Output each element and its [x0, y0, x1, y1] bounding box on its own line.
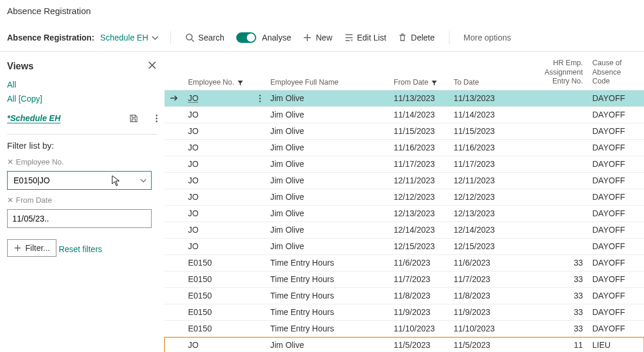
header-assignment-entry[interactable]: HR Emp. Assignment Entry No.	[541, 59, 588, 86]
cell-to-date: 11/10/2023	[449, 324, 509, 333]
table-row[interactable]: JOJim Olive12/11/202312/11/2023DAYOFF	[165, 173, 644, 189]
table-row[interactable]: JOJim Olive11/5/202311/5/202311LIEU	[165, 337, 644, 352]
employee-no-input[interactable]	[12, 175, 146, 186]
cell-from-date: 11/16/2023	[389, 143, 449, 152]
remove-filter-employee-no[interactable]: ✕	[7, 157, 14, 166]
view-schedule-eh[interactable]: *Schedule EH	[7, 113, 61, 123]
view-all-copy[interactable]: All [Copy]	[7, 92, 157, 106]
header-cause-code[interactable]: Cause of Absence Code	[588, 59, 640, 86]
table-row[interactable]: E0150Time Entry Hours11/6/202311/6/20233…	[165, 255, 644, 271]
table-row[interactable]: JOJim Olive11/14/202311/14/2023DAYOFF	[165, 107, 644, 123]
search-button[interactable]: Search	[182, 31, 227, 45]
cell-employee-no[interactable]: JO	[183, 225, 266, 234]
plus-icon	[14, 244, 22, 252]
cell-cause-code: DAYOFF	[588, 93, 640, 103]
cell-employee-no[interactable]: E0150	[183, 274, 266, 284]
grid-header: Employee No. Employee Full Name From Dat…	[165, 52, 644, 90]
cell-cause-code: DAYOFF	[588, 209, 640, 218]
header-employee-no-label: Employee No.	[188, 78, 234, 86]
cell-employee-no[interactable]: JO	[183, 192, 266, 202]
cell-cause-code: DAYOFF	[588, 143, 640, 152]
toggle-icon	[236, 32, 256, 43]
cell-to-date: 12/12/2023	[449, 192, 509, 202]
analyse-toggle[interactable]: Analyse	[233, 30, 295, 45]
table-row[interactable]: E0150Time Entry Hours11/9/202311/9/20233…	[165, 304, 644, 321]
table-row[interactable]: JOJim Olive12/13/202312/13/2023DAYOFF	[165, 206, 644, 222]
cell-full-name: Jim Olive	[266, 93, 389, 103]
cell-cause-code: DAYOFF	[588, 274, 640, 284]
cell-to-date: 12/13/2023	[449, 209, 509, 218]
more-options-label: More options	[464, 33, 511, 42]
cell-employee-no[interactable]: JO	[183, 159, 266, 169]
save-icon	[129, 114, 138, 123]
table-row[interactable]: E0150Time Entry Hours11/7/202311/7/20233…	[165, 271, 644, 288]
table-row[interactable]: JOJim Olive11/15/202311/15/2023DAYOFF	[165, 123, 644, 140]
view-menu-button[interactable]	[142, 110, 157, 126]
cell-full-name: Time Entry Hours	[266, 258, 389, 267]
cell-from-date: 11/5/2023	[389, 340, 449, 350]
row-menu-button[interactable]	[259, 95, 261, 102]
from-date-input[interactable]	[7, 209, 152, 228]
edit-list-button[interactable]: Edit List	[341, 31, 390, 45]
analyse-label: Analyse	[262, 33, 291, 42]
cell-full-name: Jim Olive	[266, 126, 389, 136]
table-row[interactable]: JOJim Olive11/13/202311/13/2023DAYOFF	[165, 90, 644, 107]
header-to-date[interactable]: To Date	[449, 78, 509, 86]
cell-from-date: 11/14/2023	[389, 110, 449, 119]
cell-employee-no[interactable]: JO	[183, 242, 266, 251]
view-dropdown[interactable]: Schedule EH	[100, 33, 160, 42]
toolbar: Absence Registration: Schedule EH Search…	[0, 26, 644, 52]
table-row[interactable]: JOJim Olive12/15/202312/15/2023DAYOFF	[165, 239, 644, 255]
reset-filters-link[interactable]: Reset filters	[59, 244, 102, 254]
table-row[interactable]: JOJim Olive12/12/202312/12/2023DAYOFF	[165, 189, 644, 206]
cell-employee-no[interactable]: E0150	[183, 307, 266, 317]
header-full-name[interactable]: Employee Full Name	[266, 78, 389, 86]
cell-full-name: Jim Olive	[266, 110, 389, 119]
cell-employee-no[interactable]: JO	[183, 143, 266, 152]
new-button[interactable]: New	[299, 31, 336, 45]
table-row[interactable]: E0150Time Entry Hours11/8/202311/8/20233…	[165, 288, 644, 304]
more-options-button[interactable]: More options	[460, 31, 515, 45]
cell-employee-no[interactable]: E0150	[183, 291, 266, 300]
chevron-down-icon	[150, 33, 160, 42]
cell-to-date: 12/14/2023	[449, 225, 509, 234]
table-row[interactable]: E0150Time Entry Hours11/10/202311/10/202…	[165, 321, 644, 337]
delete-button[interactable]: Delete	[394, 31, 438, 45]
save-view-button[interactable]	[126, 110, 141, 126]
cell-cause-code: DAYOFF	[588, 258, 640, 267]
table-row[interactable]: JOJim Olive11/16/202311/16/2023DAYOFF	[165, 140, 644, 156]
cell-assignment-entry: 33	[541, 274, 588, 284]
cell-employee-no[interactable]: E0150	[183, 324, 266, 333]
cell-to-date: 12/15/2023	[449, 242, 509, 251]
table-row[interactable]: JOJim Olive12/14/202312/14/2023DAYOFF	[165, 222, 644, 239]
cell-from-date: 11/7/2023	[389, 274, 449, 284]
remove-filter-from-date[interactable]: ✕	[7, 196, 14, 205]
cell-employee-no[interactable]: JO	[183, 209, 266, 218]
header-to-date-label: To Date	[454, 78, 479, 86]
cell-assignment-entry: 33	[541, 324, 588, 333]
cell-full-name: Jim Olive	[266, 192, 389, 202]
cell-employee-no[interactable]: JO	[183, 340, 266, 350]
cell-cause-code: DAYOFF	[588, 192, 640, 202]
views-heading: Views	[7, 61, 33, 72]
cell-assignment-entry: 11	[541, 340, 588, 350]
header-employee-no[interactable]: Employee No.	[183, 78, 266, 86]
cell-employee-no[interactable]: E0150	[183, 258, 266, 267]
add-filter-button[interactable]: Filter...	[7, 239, 56, 257]
add-filter-label: Filter...	[25, 243, 50, 253]
cell-from-date: 11/17/2023	[389, 159, 449, 169]
new-label: New	[316, 33, 332, 42]
cell-employee-no[interactable]: JO	[183, 176, 266, 185]
cell-employee-no[interactable]: JO	[183, 93, 266, 103]
cell-employee-no[interactable]: JO	[183, 126, 266, 136]
employee-no-filter-label: Employee No.	[16, 157, 64, 166]
header-from-date[interactable]: From Date	[389, 78, 449, 86]
close-icon	[147, 60, 157, 71]
cell-full-name: Jim Olive	[266, 143, 389, 152]
cell-employee-no[interactable]: JO	[183, 110, 266, 119]
table-row[interactable]: JOJim Olive11/17/202311/17/2023DAYOFF	[165, 156, 644, 173]
employee-no-combobox[interactable]	[7, 171, 152, 190]
close-filter-pane-button[interactable]	[147, 60, 157, 73]
grid: Employee No. Employee Full Name From Dat…	[165, 52, 644, 352]
view-all[interactable]: All	[7, 78, 157, 92]
